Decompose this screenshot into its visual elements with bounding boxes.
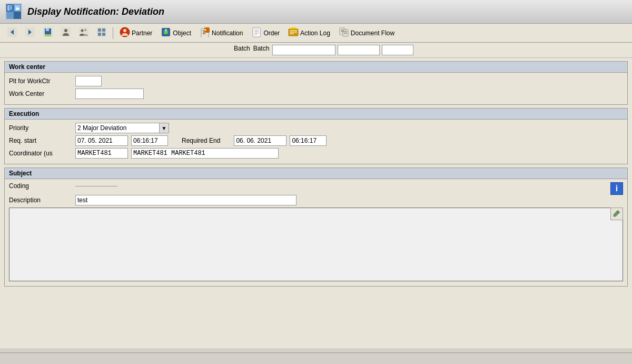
main-content: Batch Batch Work center Plt for WorkCtr … xyxy=(0,43,632,348)
svg-point-21 xyxy=(84,29,86,31)
svg-rect-37 xyxy=(253,28,260,37)
edit-button[interactable] xyxy=(610,208,623,220)
svg-rect-43 xyxy=(290,30,297,31)
subject-section: Subject Coding i Description xyxy=(4,168,628,287)
page-title: Display Notification: Deviation xyxy=(27,6,164,17)
work-center-section: Work center Plt for WorkCtr Work Center xyxy=(4,61,628,105)
description-row: Description xyxy=(9,195,623,205)
object-icon xyxy=(161,27,171,39)
notification-button[interactable]: Notification xyxy=(196,26,246,40)
svg-rect-26 xyxy=(102,33,105,36)
svg-rect-25 xyxy=(98,33,101,36)
forward-icon xyxy=(25,27,35,38)
req-start-date[interactable] xyxy=(75,135,128,146)
partner-button[interactable]: Partner xyxy=(116,26,155,40)
object-button[interactable]: Object xyxy=(157,26,194,40)
svg-rect-16 xyxy=(45,34,51,36)
execution-body: Priority ▼ Req. start Required End Coord… xyxy=(5,120,627,164)
svg-rect-44 xyxy=(290,32,297,33)
action-log-button[interactable]: Action Log xyxy=(285,26,333,40)
svg-text:▶: ▶ xyxy=(16,6,20,11)
document-flow-label: Document Flow xyxy=(351,29,394,37)
order-label: Order xyxy=(263,29,280,37)
svg-point-18 xyxy=(64,29,67,32)
coordinator-name-input[interactable] xyxy=(131,148,279,159)
priority-label: Priority xyxy=(9,124,72,132)
plt-row: Plt for WorkCtr xyxy=(9,76,623,86)
svg-rect-4 xyxy=(14,12,21,19)
svg-rect-23 xyxy=(98,28,101,32)
description-input[interactable] xyxy=(75,195,297,205)
save-icon xyxy=(43,27,53,38)
partner-label: Partner xyxy=(132,29,152,37)
notification-label: Notification xyxy=(212,29,243,37)
back-button[interactable] xyxy=(4,26,20,40)
toolbar: Partner Object Notification xyxy=(0,24,632,43)
document-flow-button[interactable]: Document Flow xyxy=(335,26,398,40)
svg-rect-24 xyxy=(102,28,105,32)
svg-rect-15 xyxy=(46,28,49,31)
batch-input1[interactable] xyxy=(272,45,335,55)
coding-label: Coding xyxy=(9,182,72,190)
persons-button[interactable] xyxy=(76,26,92,40)
svg-text:Q: Q xyxy=(9,5,13,11)
work-center-body: Plt for WorkCtr Work Center xyxy=(5,73,627,104)
work-center-input[interactable] xyxy=(75,88,144,99)
description-label: Description xyxy=(9,196,72,204)
req-end-time[interactable] xyxy=(290,135,327,146)
grid-icon xyxy=(97,27,106,38)
order-button[interactable]: Order xyxy=(248,26,283,40)
info-icon: i xyxy=(616,184,618,193)
coordinator-label: Coordinator (us xyxy=(9,150,72,157)
document-flow-icon xyxy=(339,27,349,39)
coding-row: Coding xyxy=(9,182,610,190)
object-label: Object xyxy=(173,29,191,37)
work-center-label: Work Center xyxy=(9,90,72,97)
batch-row: Batch Batch xyxy=(0,43,632,58)
separator1 xyxy=(113,27,113,39)
svg-rect-45 xyxy=(290,33,294,34)
req-end-label: Required End xyxy=(182,137,220,144)
order-icon xyxy=(251,27,262,39)
persons-icon xyxy=(79,27,88,38)
save-button[interactable] xyxy=(40,26,56,40)
action-log-icon xyxy=(288,27,299,39)
dates-row: Req. start Required End xyxy=(9,135,623,146)
action-log-label: Action Log xyxy=(300,29,330,37)
batch-label: Batch xyxy=(219,45,250,55)
svg-rect-31 xyxy=(165,29,167,31)
plt-input[interactable] xyxy=(75,76,102,86)
person-button[interactable] xyxy=(58,26,74,40)
svg-point-20 xyxy=(81,29,84,32)
title-bar: Q ▶ Display Notification: Deviation xyxy=(0,0,632,24)
priority-row: Priority ▼ xyxy=(9,123,623,133)
coordinator-id-input[interactable] xyxy=(75,148,128,159)
info-button[interactable]: i xyxy=(610,182,623,195)
edit-icon xyxy=(613,209,621,219)
partner-icon xyxy=(120,27,130,39)
coding-underline xyxy=(75,186,117,186)
req-start-time[interactable] xyxy=(131,135,168,146)
req-end-date[interactable] xyxy=(234,135,287,146)
work-center-row: Work Center xyxy=(9,88,623,99)
notification-icon xyxy=(200,27,210,39)
forward-button[interactable] xyxy=(22,26,38,40)
svg-point-28 xyxy=(123,29,126,32)
batch-input2[interactable] xyxy=(338,45,380,55)
execution-header: Execution xyxy=(5,109,627,120)
main-textarea[interactable] xyxy=(9,208,623,281)
svg-rect-3 xyxy=(6,12,14,19)
coordinator-row: Coordinator (us xyxy=(9,148,623,159)
text-area-wrap xyxy=(9,208,623,283)
grid-button[interactable] xyxy=(94,26,110,40)
batch-label-text: Batch xyxy=(253,45,270,55)
priority-input[interactable] xyxy=(75,123,160,133)
execution-section: Execution Priority ▼ Req. start Required… xyxy=(4,108,628,164)
plt-label: Plt for WorkCtr xyxy=(9,77,72,85)
priority-dropdown-btn[interactable]: ▼ xyxy=(160,123,169,133)
subject-body: Coding i Description xyxy=(5,179,627,286)
batch-input3[interactable] xyxy=(382,45,413,55)
priority-select-wrap: ▼ xyxy=(75,123,169,133)
subject-header: Subject xyxy=(5,168,627,179)
person-icon xyxy=(61,27,71,38)
